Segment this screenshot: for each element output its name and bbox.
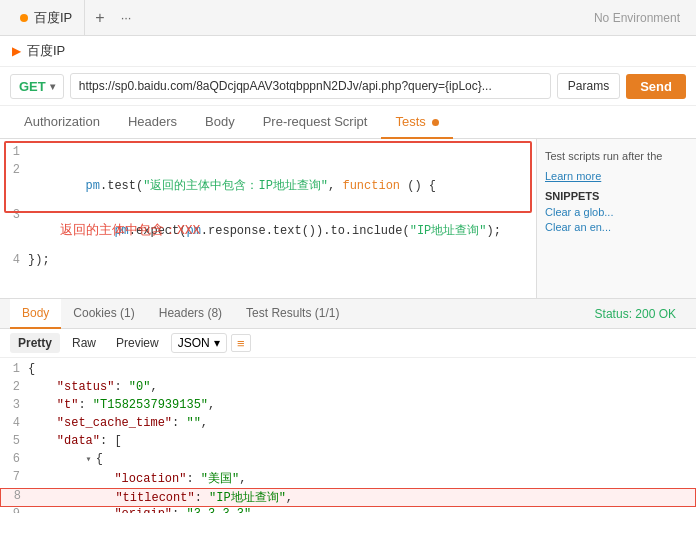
tab-body-result[interactable]: Body (10, 299, 61, 329)
tab-tests[interactable]: Tests (381, 106, 453, 139)
bottom-section: Body Cookies (1) Headers (8) Test Result… (0, 299, 696, 513)
tab-pre-request[interactable]: Pre-request Script (249, 106, 382, 139)
method-label: GET (19, 79, 46, 94)
status-info: Status: 200 OK (595, 307, 686, 321)
tab-cookies[interactable]: Cookies (1) (61, 299, 146, 329)
json-line-1: 1 { (0, 362, 696, 380)
json-line-8: 8 "titlecont": "IP地址查询", (0, 488, 696, 507)
code-line-4: 4 }); (0, 253, 536, 271)
tab-test-results[interactable]: Test Results (1/1) (234, 299, 351, 329)
main-content-area: 1 2 pm.test("返回的主体中包含：IP地址查询", function … (0, 139, 696, 299)
json-line-7: 7 "location": "美国", (0, 470, 696, 488)
request-bar: GET ▾ Params Send (0, 67, 696, 106)
json-line-5: 5 "data": [ (0, 434, 696, 452)
json-line-9: 9 "origip": "3.3.3.3", (0, 507, 696, 513)
breadcrumb: ▶ 百度IP (0, 36, 696, 67)
sidebar-desc: Test scripts run after the (545, 149, 688, 164)
snippet-clear-env[interactable]: Clear an en... (545, 221, 688, 233)
raw-button[interactable]: Raw (64, 333, 104, 353)
code-line-2: 2 pm.test("返回的主体中包含：IP地址查询", function ()… (0, 163, 536, 208)
snippet-clear-global[interactable]: Clear a glob... (545, 206, 688, 218)
tab-baidu-ip[interactable]: 百度IP (8, 0, 85, 35)
tests-badge (432, 119, 439, 126)
tab-label: 百度IP (34, 9, 72, 27)
snippets-title: SNIPPETS (545, 190, 688, 202)
format-bar: Pretty Raw Preview JSON ▾ ≡ (0, 329, 696, 358)
json-output: 1 { 2 "status": "0", 3 "t": "T1582537939… (0, 358, 696, 513)
bottom-tabs: Body Cookies (1) Headers (8) Test Result… (0, 299, 696, 329)
tab-body[interactable]: Body (191, 106, 249, 139)
sidebar-panel: Test scripts run after the Learn more SN… (536, 139, 696, 298)
url-input[interactable] (70, 73, 551, 99)
method-select[interactable]: GET ▾ (10, 74, 64, 99)
json-line-4: 4 "set_cache_time": "", (0, 416, 696, 434)
code-line-1: 1 (0, 145, 536, 163)
tab-add-button[interactable]: + (85, 9, 114, 27)
sub-tabs: Authorization Headers Body Pre-request S… (0, 106, 696, 139)
send-button[interactable]: Send (626, 74, 686, 99)
tab-dot (20, 14, 28, 22)
json-label: JSON (178, 336, 210, 350)
json-line-3: 3 "t": "T1582537939135", (0, 398, 696, 416)
preview-button[interactable]: Preview (108, 333, 167, 353)
tab-headers[interactable]: Headers (114, 106, 191, 139)
sample-text: 返回的主体中包含：XXX (60, 221, 200, 239)
tab-bar: 百度IP + ··· No Environment (0, 0, 696, 36)
breadcrumb-arrow: ▶ (12, 44, 21, 58)
format-icon[interactable]: ≡ (231, 334, 251, 352)
json-format-select[interactable]: JSON ▾ (171, 333, 227, 353)
code-editor[interactable]: 1 2 pm.test("返回的主体中包含：IP地址查询", function … (0, 139, 536, 298)
params-button[interactable]: Params (557, 73, 620, 99)
pretty-button[interactable]: Pretty (10, 333, 60, 353)
tab-headers-result[interactable]: Headers (8) (147, 299, 234, 329)
json-line-6: 6 ▾{ (0, 452, 696, 470)
method-chevron-icon: ▾ (50, 81, 55, 92)
json-chevron-icon: ▾ (214, 336, 220, 350)
breadcrumb-text: 百度IP (27, 42, 65, 60)
tab-more-button[interactable]: ··· (115, 10, 138, 25)
json-line-2: 2 "status": "0", (0, 380, 696, 398)
no-environment-label: No Environment (594, 11, 688, 25)
learn-more-link[interactable]: Learn more (545, 170, 601, 182)
tab-authorization[interactable]: Authorization (10, 106, 114, 139)
